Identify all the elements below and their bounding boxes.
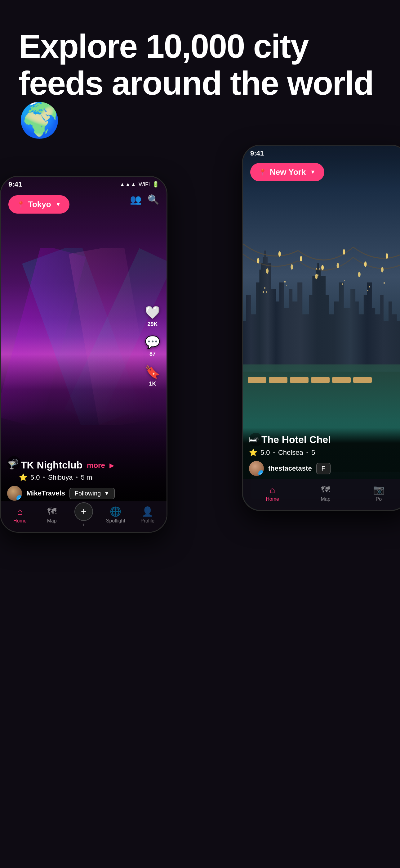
status-time: 9:41: [8, 180, 22, 188]
nav-post-label: +: [82, 522, 85, 528]
nav-post[interactable]: + +: [68, 502, 100, 528]
svg-point-8: [291, 264, 293, 270]
nyc-nav-map-label: Map: [321, 496, 330, 502]
hotel-name: The Hotel Chel: [261, 434, 331, 445]
phones-container: 9:41 ▲▲▲ WiFi 🔋 📍 Tokyo ▼ 👥 🔍 🤍 29K: [0, 145, 400, 868]
svg-point-10: [337, 263, 339, 269]
svg-point-4: [343, 249, 345, 255]
nyc-status-time: 9:41: [250, 149, 264, 157]
bookmark-icon: 🔖: [145, 365, 160, 379]
nyc-neighborhood: Chelsea: [278, 448, 303, 457]
nyc-rating: 5.0: [261, 448, 270, 457]
verified-badge: ✓: [16, 495, 22, 501]
nyc-sep-1: •: [273, 450, 275, 456]
signal-icon: ▲▲▲: [120, 181, 136, 188]
user-row: ✓ MikeTravels Following ▼: [7, 486, 142, 501]
venue-info: 🍸 TK Nightclub more ▶ ⭐ 5.0 • Shibuya • …: [7, 460, 142, 501]
nav-spotlight[interactable]: 🌐 Spotlight: [100, 506, 131, 524]
hotel-name-row: 🛏 The Hotel Chel: [249, 434, 400, 445]
nyc-follow-button[interactable]: F: [316, 463, 331, 474]
nyc-username[interactable]: thestacetaste: [268, 464, 312, 472]
chair-5: [332, 377, 351, 383]
status-icons: ▲▲▲ WiFi 🔋: [120, 181, 159, 188]
svg-point-1: [278, 251, 281, 257]
nav-profile[interactable]: 👤 Profile: [131, 506, 163, 524]
location-pin-icon: 📍: [17, 201, 25, 208]
nyc-home-icon: ⌂: [270, 485, 275, 495]
location-dropdown-icon: ▼: [56, 201, 61, 208]
hero-title: Explore 10,000 city feeds around the wor…: [19, 28, 381, 138]
venue-category-icon: 🍸: [7, 461, 16, 470]
username[interactable]: MikeTravels: [26, 489, 65, 497]
likes-count: 29K: [147, 321, 158, 328]
right-actions: 🤍 29K 💬 87 🔖 1K: [145, 305, 160, 387]
comment-icon: 💬: [145, 335, 160, 349]
hotel-card: 🛏 The Hotel Chel ⭐ 5.0 • Chelsea • 5 ✓ t…: [243, 428, 400, 479]
svg-point-2: [300, 256, 302, 262]
follow-label: Following: [75, 490, 101, 497]
wifi-icon: WiFi: [139, 181, 150, 188]
location-pill[interactable]: 📍 Tokyo ▼: [8, 195, 69, 214]
comments-count: 87: [149, 351, 156, 357]
follow-button[interactable]: Following ▼: [69, 488, 115, 499]
nyc-location-pin-icon: 📍: [259, 168, 267, 176]
nyc-nav-post[interactable]: 📷 Po: [352, 484, 400, 502]
top-right-actions: 👥 🔍: [130, 194, 159, 205]
follow-dropdown-icon: ▼: [104, 490, 109, 497]
more-link[interactable]: more: [87, 461, 105, 470]
hero-section: Explore 10,000 city feeds around the wor…: [0, 0, 400, 157]
nyc-nav-map[interactable]: 🗺 Map: [299, 485, 352, 502]
nyc-star-icon: ⭐: [249, 448, 257, 457]
nyc-user-row: ✓ thestacetaste F: [249, 461, 400, 476]
nyc-user-avatar[interactable]: ✓: [249, 461, 264, 476]
nyc-map-icon: 🗺: [321, 485, 330, 495]
nyc-status-bar: 9:41: [243, 146, 400, 159]
nyc-location-dropdown-icon: ▼: [310, 169, 316, 176]
venue-name-row: 🍸 TK Nightclub more ▶: [7, 460, 142, 471]
svg-point-11: [358, 272, 361, 277]
venue-rating: 5.0: [30, 473, 40, 482]
map-icon: 🗺: [47, 506, 57, 517]
people-icon[interactable]: 👥: [130, 194, 141, 205]
nyc-nav-post-label: Po: [376, 496, 382, 502]
nav-home[interactable]: ⌂ Home: [4, 506, 36, 524]
post-icon: +: [81, 506, 87, 517]
user-avatar[interactable]: ✓: [7, 486, 22, 501]
post-button[interactable]: +: [74, 502, 93, 521]
nav-map[interactable]: 🗺 Map: [36, 506, 68, 524]
phone-newyork: 9:41 📍 New York ▼ 🔊 🛏 The Hotel Chel ⭐ 5…: [242, 145, 400, 511]
nyc-bottom-nav: ⌂ Home 🗺 Map 📷 Po: [243, 479, 400, 510]
string-lights: [243, 237, 400, 291]
lounge-chairs: [243, 339, 400, 383]
bottom-nav: ⌂ Home 🗺 Map + + 🌐 Spotlight 👤 Profile: [1, 501, 167, 532]
nyc-location-pill[interactable]: 📍 New York ▼: [250, 163, 324, 181]
venue-distance: 5 mi: [81, 473, 94, 482]
more-arrow-icon: ▶: [109, 462, 114, 469]
comment-action[interactable]: 💬 87: [145, 335, 160, 357]
separator-1: •: [43, 474, 45, 481]
svg-point-5: [364, 261, 367, 267]
venue-name: TK Nightclub: [21, 460, 82, 471]
hotel-meta: ⭐ 5.0 • Chelsea • 5: [249, 448, 400, 457]
nyc-verified-badge: ✓: [258, 470, 264, 476]
chair-1: [248, 377, 266, 383]
search-icon[interactable]: 🔍: [147, 194, 159, 205]
like-action[interactable]: 🤍 29K: [145, 305, 160, 328]
hotel-category-icon: 🛏: [249, 435, 257, 444]
nyc-nav-home[interactable]: ⌂ Home: [246, 485, 299, 502]
chair-3: [290, 377, 308, 383]
battery-icon: 🔋: [152, 181, 159, 188]
nyc-location-name: New York: [270, 167, 306, 177]
nyc-nav-home-label: Home: [266, 496, 279, 502]
spotlight-icon: 🌐: [110, 506, 121, 517]
nyc-distance: 5: [311, 448, 315, 457]
chair-2: [269, 377, 288, 383]
nyc-post-icon: 📷: [373, 484, 385, 495]
svg-point-3: [321, 265, 324, 270]
nav-spotlight-label: Spotlight: [106, 518, 125, 524]
nav-profile-label: Profile: [140, 518, 155, 524]
nyc-sep-2: •: [306, 450, 308, 456]
svg-point-9: [315, 274, 318, 279]
save-action[interactable]: 🔖 1K: [145, 365, 160, 387]
location-name: Tokyo: [28, 199, 51, 209]
